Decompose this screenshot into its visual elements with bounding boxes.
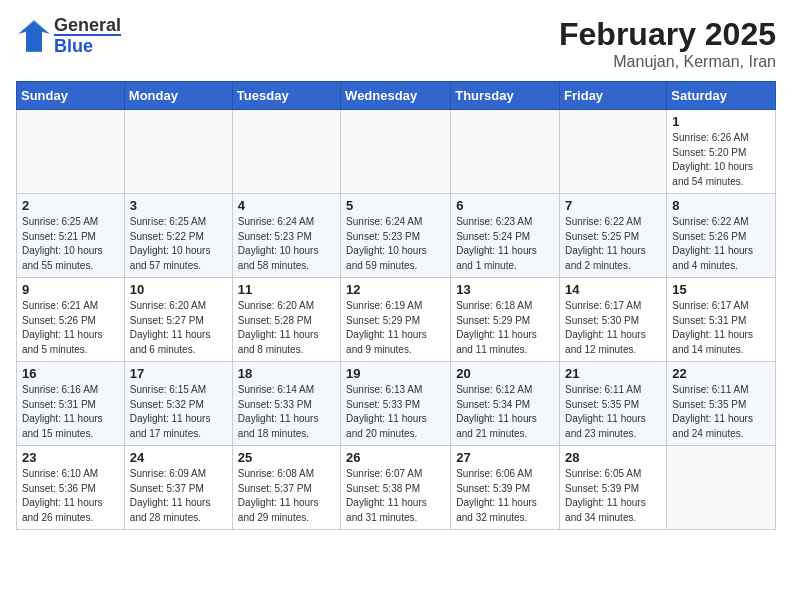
logo-blue: Blue	[54, 34, 121, 55]
weekday-header: Wednesday	[341, 82, 451, 110]
calendar-cell: 6Sunrise: 6:23 AM Sunset: 5:24 PM Daylig…	[451, 194, 560, 278]
day-number: 19	[346, 366, 445, 381]
day-info: Sunrise: 6:25 AM Sunset: 5:21 PM Dayligh…	[22, 216, 103, 271]
calendar-cell: 25Sunrise: 6:08 AM Sunset: 5:37 PM Dayli…	[232, 446, 340, 530]
page-subtitle: Manujan, Kerman, Iran	[559, 53, 776, 71]
calendar-cell: 8Sunrise: 6:22 AM Sunset: 5:26 PM Daylig…	[667, 194, 776, 278]
day-number: 22	[672, 366, 770, 381]
day-number: 11	[238, 282, 335, 297]
weekday-header: Friday	[560, 82, 667, 110]
calendar-cell: 12Sunrise: 6:19 AM Sunset: 5:29 PM Dayli…	[341, 278, 451, 362]
calendar-table: SundayMondayTuesdayWednesdayThursdayFrid…	[16, 81, 776, 530]
day-number: 24	[130, 450, 227, 465]
calendar-cell: 11Sunrise: 6:20 AM Sunset: 5:28 PM Dayli…	[232, 278, 340, 362]
day-info: Sunrise: 6:07 AM Sunset: 5:38 PM Dayligh…	[346, 468, 427, 523]
day-number: 12	[346, 282, 445, 297]
day-info: Sunrise: 6:20 AM Sunset: 5:27 PM Dayligh…	[130, 300, 211, 355]
calendar-cell: 13Sunrise: 6:18 AM Sunset: 5:29 PM Dayli…	[451, 278, 560, 362]
day-number: 25	[238, 450, 335, 465]
day-number: 27	[456, 450, 554, 465]
calendar-cell: 24Sunrise: 6:09 AM Sunset: 5:37 PM Dayli…	[124, 446, 232, 530]
day-info: Sunrise: 6:25 AM Sunset: 5:22 PM Dayligh…	[130, 216, 211, 271]
day-number: 18	[238, 366, 335, 381]
day-number: 13	[456, 282, 554, 297]
calendar-cell	[232, 110, 340, 194]
day-info: Sunrise: 6:16 AM Sunset: 5:31 PM Dayligh…	[22, 384, 103, 439]
day-number: 7	[565, 198, 661, 213]
calendar-header-row: SundayMondayTuesdayWednesdayThursdayFrid…	[17, 82, 776, 110]
calendar-cell: 9Sunrise: 6:21 AM Sunset: 5:26 PM Daylig…	[17, 278, 125, 362]
day-number: 14	[565, 282, 661, 297]
title-block: February 2025 Manujan, Kerman, Iran	[559, 16, 776, 71]
weekday-header: Thursday	[451, 82, 560, 110]
logo-general: General	[54, 16, 121, 34]
day-number: 16	[22, 366, 119, 381]
day-number: 28	[565, 450, 661, 465]
calendar-cell: 7Sunrise: 6:22 AM Sunset: 5:25 PM Daylig…	[560, 194, 667, 278]
day-info: Sunrise: 6:13 AM Sunset: 5:33 PM Dayligh…	[346, 384, 427, 439]
calendar-cell: 20Sunrise: 6:12 AM Sunset: 5:34 PM Dayli…	[451, 362, 560, 446]
calendar-cell: 10Sunrise: 6:20 AM Sunset: 5:27 PM Dayli…	[124, 278, 232, 362]
day-info: Sunrise: 6:22 AM Sunset: 5:25 PM Dayligh…	[565, 216, 646, 271]
day-info: Sunrise: 6:21 AM Sunset: 5:26 PM Dayligh…	[22, 300, 103, 355]
day-info: Sunrise: 6:26 AM Sunset: 5:20 PM Dayligh…	[672, 132, 753, 187]
day-number: 10	[130, 282, 227, 297]
logo-icon	[16, 18, 52, 54]
calendar-cell: 1Sunrise: 6:26 AM Sunset: 5:20 PM Daylig…	[667, 110, 776, 194]
day-info: Sunrise: 6:24 AM Sunset: 5:23 PM Dayligh…	[238, 216, 319, 271]
calendar-week-row: 1Sunrise: 6:26 AM Sunset: 5:20 PM Daylig…	[17, 110, 776, 194]
day-number: 9	[22, 282, 119, 297]
calendar-cell: 16Sunrise: 6:16 AM Sunset: 5:31 PM Dayli…	[17, 362, 125, 446]
weekday-header: Tuesday	[232, 82, 340, 110]
calendar-cell: 26Sunrise: 6:07 AM Sunset: 5:38 PM Dayli…	[341, 446, 451, 530]
calendar-cell	[17, 110, 125, 194]
day-info: Sunrise: 6:10 AM Sunset: 5:36 PM Dayligh…	[22, 468, 103, 523]
page-header: General Blue February 2025 Manujan, Kerm…	[16, 16, 776, 71]
calendar-cell	[124, 110, 232, 194]
page-title: February 2025	[559, 16, 776, 53]
day-info: Sunrise: 6:24 AM Sunset: 5:23 PM Dayligh…	[346, 216, 427, 271]
calendar-cell: 27Sunrise: 6:06 AM Sunset: 5:39 PM Dayli…	[451, 446, 560, 530]
weekday-header: Monday	[124, 82, 232, 110]
calendar-cell: 23Sunrise: 6:10 AM Sunset: 5:36 PM Dayli…	[17, 446, 125, 530]
day-info: Sunrise: 6:22 AM Sunset: 5:26 PM Dayligh…	[672, 216, 753, 271]
day-info: Sunrise: 6:19 AM Sunset: 5:29 PM Dayligh…	[346, 300, 427, 355]
calendar-cell: 2Sunrise: 6:25 AM Sunset: 5:21 PM Daylig…	[17, 194, 125, 278]
calendar-cell: 21Sunrise: 6:11 AM Sunset: 5:35 PM Dayli…	[560, 362, 667, 446]
calendar-cell: 18Sunrise: 6:14 AM Sunset: 5:33 PM Dayli…	[232, 362, 340, 446]
calendar-cell: 15Sunrise: 6:17 AM Sunset: 5:31 PM Dayli…	[667, 278, 776, 362]
day-number: 8	[672, 198, 770, 213]
day-number: 17	[130, 366, 227, 381]
day-info: Sunrise: 6:06 AM Sunset: 5:39 PM Dayligh…	[456, 468, 537, 523]
calendar-week-row: 16Sunrise: 6:16 AM Sunset: 5:31 PM Dayli…	[17, 362, 776, 446]
day-info: Sunrise: 6:12 AM Sunset: 5:34 PM Dayligh…	[456, 384, 537, 439]
logo: General Blue	[16, 16, 121, 55]
logo-text: General Blue	[54, 16, 121, 55]
calendar-cell	[667, 446, 776, 530]
weekday-header: Sunday	[17, 82, 125, 110]
day-number: 26	[346, 450, 445, 465]
day-info: Sunrise: 6:05 AM Sunset: 5:39 PM Dayligh…	[565, 468, 646, 523]
day-info: Sunrise: 6:23 AM Sunset: 5:24 PM Dayligh…	[456, 216, 537, 271]
day-number: 5	[346, 198, 445, 213]
calendar-cell: 22Sunrise: 6:11 AM Sunset: 5:35 PM Dayli…	[667, 362, 776, 446]
day-info: Sunrise: 6:11 AM Sunset: 5:35 PM Dayligh…	[672, 384, 753, 439]
calendar-cell	[451, 110, 560, 194]
day-info: Sunrise: 6:20 AM Sunset: 5:28 PM Dayligh…	[238, 300, 319, 355]
weekday-header: Saturday	[667, 82, 776, 110]
day-number: 4	[238, 198, 335, 213]
calendar-cell	[341, 110, 451, 194]
calendar-cell: 14Sunrise: 6:17 AM Sunset: 5:30 PM Dayli…	[560, 278, 667, 362]
calendar-cell	[560, 110, 667, 194]
svg-marker-1	[20, 22, 48, 51]
calendar-cell: 19Sunrise: 6:13 AM Sunset: 5:33 PM Dayli…	[341, 362, 451, 446]
day-info: Sunrise: 6:11 AM Sunset: 5:35 PM Dayligh…	[565, 384, 646, 439]
calendar-cell: 28Sunrise: 6:05 AM Sunset: 5:39 PM Dayli…	[560, 446, 667, 530]
day-number: 23	[22, 450, 119, 465]
calendar-week-row: 23Sunrise: 6:10 AM Sunset: 5:36 PM Dayli…	[17, 446, 776, 530]
calendar-week-row: 9Sunrise: 6:21 AM Sunset: 5:26 PM Daylig…	[17, 278, 776, 362]
calendar-cell: 5Sunrise: 6:24 AM Sunset: 5:23 PM Daylig…	[341, 194, 451, 278]
day-info: Sunrise: 6:17 AM Sunset: 5:30 PM Dayligh…	[565, 300, 646, 355]
day-info: Sunrise: 6:17 AM Sunset: 5:31 PM Dayligh…	[672, 300, 753, 355]
day-number: 15	[672, 282, 770, 297]
